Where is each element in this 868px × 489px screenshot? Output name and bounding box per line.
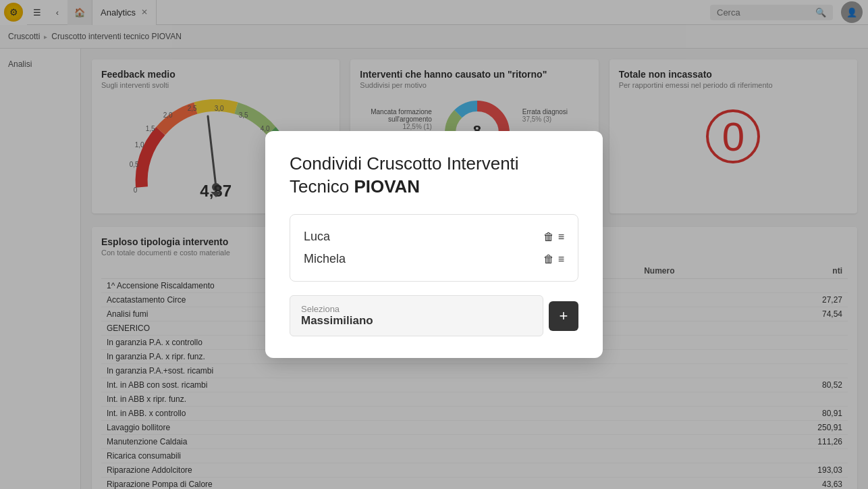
modal-user-1-list[interactable]: ≡	[558, 253, 564, 265]
modal-add-button[interactable]: +	[549, 301, 578, 331]
modal-title: Condividi Cruscotto Interventi Tecnico P…	[290, 153, 578, 199]
share-modal: Condividi Cruscotto Interventi Tecnico P…	[265, 131, 603, 359]
modal-user-0-name: Luca	[304, 230, 330, 244]
modal-user-row-0: Luca 🗑 ≡	[304, 226, 564, 248]
modal-title-bold: PIOVAN	[354, 176, 420, 197]
modal-user-0-list[interactable]: ≡	[558, 231, 564, 243]
modal-select-row: Seleziona Massimiliano +	[290, 295, 578, 336]
modal-add-icon: +	[560, 307, 568, 325]
modal-select-value: Massimiliano	[301, 314, 532, 328]
modal-user-select[interactable]: Seleziona Massimiliano	[290, 295, 543, 336]
modal-user-1-actions: 🗑 ≡	[543, 253, 564, 265]
modal-select-label: Seleziona	[301, 304, 532, 314]
modal-user-0-delete[interactable]: 🗑	[543, 231, 554, 243]
modal-users-box: Luca 🗑 ≡ Michela 🗑 ≡	[290, 214, 578, 282]
modal-user-0-actions: 🗑 ≡	[543, 231, 564, 243]
modal-overlay[interactable]: Condividi Cruscotto Interventi Tecnico P…	[0, 0, 868, 489]
modal-user-1-delete[interactable]: 🗑	[543, 253, 554, 265]
modal-user-row-1: Michela 🗑 ≡	[304, 248, 564, 270]
modal-user-1-name: Michela	[304, 252, 346, 266]
